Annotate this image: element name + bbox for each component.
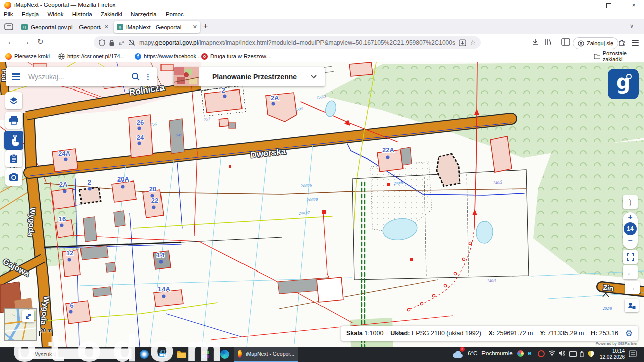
module-selector[interactable]: Planowanie Przestrzenne <box>174 67 325 86</box>
screenshot-button[interactable] <box>5 168 22 186</box>
share-button[interactable] <box>625 299 639 312</box>
taskbar-clock[interactable]: 10:14 12.02.2026 <box>597 348 625 360</box>
legend-button[interactable] <box>5 150 22 167</box>
globe-icon <box>58 53 65 60</box>
app-menu-icon[interactable] <box>632 39 639 47</box>
svg-text:240/4: 240/4 <box>487 278 497 283</box>
bookmark-csr-onet[interactable]: https://csr.onet.pl/174... <box>58 52 125 60</box>
next-view-button[interactable]: → <box>625 281 640 294</box>
menu-edycja[interactable]: Edycja <box>18 10 43 18</box>
other-bookmarks[interactable]: Pozostałe zakładki <box>594 52 644 60</box>
select-tool-button[interactable] <box>4 131 23 150</box>
minimize-button[interactable] <box>574 0 594 10</box>
street-zin: Zin <box>603 283 614 292</box>
bookmark-star-icon[interactable]: ☆ <box>470 39 476 46</box>
tab1-label: Geoportal.gov.pl – Geoportal In <box>31 24 101 30</box>
geoportal-logo[interactable]: g <box>608 69 639 99</box>
wifi-icon[interactable] <box>548 350 556 357</box>
sidebar-toggle-icon[interactable] <box>561 38 570 46</box>
tab-geoportal-gov[interactable]: g Geoportal.gov.pl – Geoportal In ✕ <box>18 21 112 33</box>
lock-icon[interactable] <box>109 39 115 46</box>
menu-pomoc[interactable]: Pomoc <box>162 10 187 18</box>
building-number: 2A <box>59 180 68 188</box>
coord-h: H: 253.16 <box>591 330 618 337</box>
tab1-close-icon[interactable]: ✕ <box>104 24 109 30</box>
tray-opera-icon[interactable] <box>538 350 545 357</box>
facebook-icon: f <box>135 53 141 60</box>
map-canvas[interactable]: 26 24 24A 2 2A 22A 2A 2 20A 20 22 16 12 … <box>0 62 644 347</box>
bookmarks-bar: Pierwsze kroki https://csr.onet.pl/174..… <box>0 50 644 62</box>
extension-icon[interactable] <box>618 38 626 46</box>
svg-text:2443/7: 2443/7 <box>299 210 311 216</box>
login-button[interactable]: Zaloguj się <box>573 37 618 49</box>
back-icon[interactable]: ← <box>7 37 15 46</box>
menu-icon[interactable] <box>12 72 20 82</box>
tab2-close-icon[interactable]: ✕ <box>193 24 197 30</box>
defender-icon[interactable] <box>588 350 594 358</box>
full-extent-button[interactable] <box>623 250 638 264</box>
save-bookmark-icon[interactable] <box>459 39 466 46</box>
menu-widok[interactable]: Widok <box>44 10 67 18</box>
zoom-in-button[interactable]: + <box>623 212 638 222</box>
print-button[interactable] <box>5 112 22 129</box>
notification-center-icon[interactable] <box>629 350 637 358</box>
previous-view-button[interactable]: ← <box>623 265 638 279</box>
tab-imapnext[interactable]: g iMapNext - Geoportal ✕ <box>114 21 200 33</box>
firefox-view-icon[interactable] <box>4 23 13 33</box>
forward-icon[interactable]: → <box>22 37 30 46</box>
chevron-down-icon[interactable] <box>310 74 317 79</box>
tab2-label: iMapNext - Geoportal <box>126 24 190 30</box>
settings-gear-icon[interactable]: ⚙ <box>625 328 633 339</box>
building-number: 22A <box>382 146 394 154</box>
menu-narzedzia[interactable]: Narzędzia <box>127 10 160 18</box>
expand-overview-button[interactable] <box>22 310 34 322</box>
usb-icon[interactable] <box>579 350 585 358</box>
taskbar-weather[interactable]: 3 6°C Pochmurnie <box>452 348 513 359</box>
tab1-favicon: g <box>21 24 28 30</box>
reload-icon[interactable]: ↻ <box>37 37 44 46</box>
search-icon[interactable] <box>131 72 140 81</box>
time: 10:14 <box>597 348 625 354</box>
powered-by: Powered by GISPartner <box>596 341 638 346</box>
layers-button[interactable] <box>5 92 22 109</box>
shield-icon[interactable] <box>99 39 105 46</box>
weather-temp: 6°C <box>468 350 477 356</box>
bookmark-facebook[interactable]: f https://www.facebook.... <box>135 52 202 60</box>
bookmark-pierwsze-kroki[interactable]: Pierwsze kroki <box>5 52 50 60</box>
clipboard-icon <box>9 154 18 164</box>
menu-plik[interactable]: Plik <box>0 10 17 18</box>
keyboard-icon[interactable] <box>569 351 577 357</box>
building-number: 26 <box>137 119 144 126</box>
tray-color-icon[interactable] <box>517 350 524 357</box>
onet-icon: o <box>201 53 208 60</box>
building-number: 20A <box>117 175 129 183</box>
cadastral-map[interactable]: 26 24 24A 2 2A 22A 2A 2 20A 20 22 16 12 … <box>0 62 644 347</box>
search-input[interactable]: Wyszukaj... <box>28 73 131 81</box>
close-button[interactable]: × <box>624 0 644 10</box>
notifications-blocked-icon[interactable] <box>128 39 135 46</box>
library-icon[interactable] <box>544 38 552 46</box>
camera-icon <box>9 173 19 182</box>
screen: iMapNext - Geoportal — Mozilla Firefox ×… <box>0 0 644 362</box>
collapse-panel-button[interactable]: ) <box>623 195 638 209</box>
url-bar[interactable]: āa mapy.geoportal.gov.pl/imapnext/imap/i… <box>94 36 481 49</box>
taskbar-firefox-window[interactable]: iMapNext - Geopor... <box>234 347 298 362</box>
window-title: iMapNext - Geoportal — Mozilla Firefox <box>14 2 115 8</box>
more-options-icon[interactable]: ⋮ <box>144 75 152 79</box>
tray-e-icon[interactable]: e <box>528 349 531 357</box>
volume-icon[interactable] <box>558 350 566 357</box>
new-tab-button[interactable]: + <box>203 22 208 31</box>
bookmark-druga-tura[interactable]: o Druga tura w Rzeszow... <box>201 52 270 60</box>
otodom-watermark: otodom <box>12 328 234 362</box>
menu-historia[interactable]: Historia <box>69 10 96 18</box>
list-tabs-chevron-icon[interactable]: ∨ <box>630 23 634 29</box>
downloads-icon[interactable] <box>531 38 539 46</box>
maximize-button[interactable] <box>599 0 619 10</box>
printer-icon <box>9 116 19 125</box>
menu-zakladki[interactable]: Zakładki <box>97 10 126 18</box>
translate-icon[interactable]: āa <box>118 39 125 46</box>
map-search-bar[interactable]: Wyszukaj... ⋮ <box>6 67 157 86</box>
zoom-out-button[interactable]: − <box>623 235 638 245</box>
building-number: 6 <box>70 302 73 309</box>
svg-text:750/1: 750/1 <box>294 106 304 112</box>
